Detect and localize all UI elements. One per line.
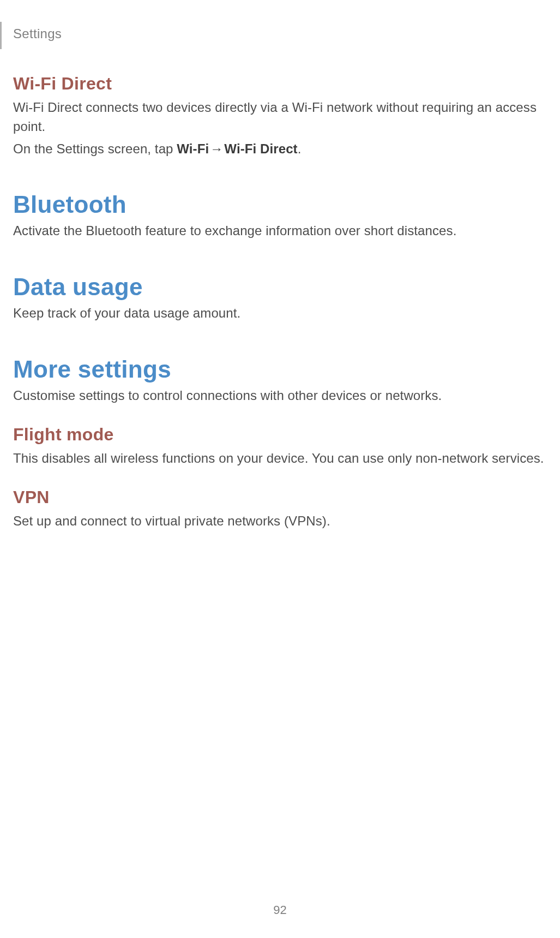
heading-vpn: VPN [13, 487, 547, 507]
arrow-icon: → [209, 140, 224, 159]
vpn-description: Set up and connect to virtual private ne… [13, 512, 547, 531]
instruction-prefix: On the Settings screen, tap [13, 141, 177, 156]
bold-wifi: Wi-Fi [177, 141, 209, 156]
section-header-label: Settings [13, 26, 62, 41]
heading-flight-mode: Flight mode [13, 425, 547, 445]
heading-bluetooth: Bluetooth [13, 191, 547, 218]
heading-wifi-direct: Wi-Fi Direct [13, 74, 547, 94]
side-rule [0, 22, 2, 49]
data-usage-description: Keep track of your data usage amount. [13, 304, 547, 323]
more-settings-description: Customise settings to control connection… [13, 386, 547, 405]
bold-wifi-direct: Wi-Fi Direct [224, 141, 297, 156]
heading-more-settings: More settings [13, 356, 547, 383]
wifi-direct-description: Wi-Fi Direct connects two devices direct… [13, 98, 547, 136]
page-number: 92 [0, 903, 560, 917]
content-area: Wi-Fi Direct Wi-Fi Direct connects two d… [13, 63, 547, 534]
flight-mode-description: This disables all wireless functions on … [13, 449, 547, 468]
heading-data-usage: Data usage [13, 273, 547, 301]
wifi-direct-instruction: On the Settings screen, tap Wi-Fi→Wi-Fi … [13, 140, 547, 159]
bluetooth-description: Activate the Bluetooth feature to exchan… [13, 222, 547, 241]
instruction-suffix: . [298, 141, 302, 156]
manual-page: Settings Wi-Fi Direct Wi-Fi Direct conne… [0, 0, 560, 938]
